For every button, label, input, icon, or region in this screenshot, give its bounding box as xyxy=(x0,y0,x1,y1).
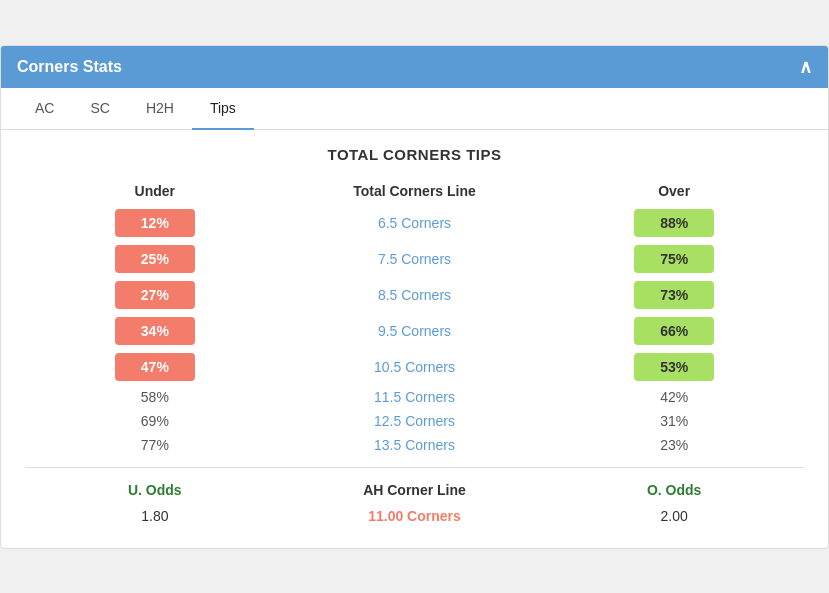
table-row: 69% 12.5 Corners 31% xyxy=(25,413,804,429)
table-row: 77% 13.5 Corners 23% xyxy=(25,437,804,453)
over-cell-6: 31% xyxy=(544,413,804,429)
under-cell-4: 47% xyxy=(25,353,285,381)
under-cell-5: 58% xyxy=(25,389,285,405)
collapse-icon[interactable]: ∧ xyxy=(799,56,812,78)
over-cell-1: 75% xyxy=(544,245,804,273)
table-row: 27% 8.5 Corners 73% xyxy=(25,281,804,309)
under-cell-7: 77% xyxy=(25,437,285,453)
under-cell-0: 12% xyxy=(25,209,285,237)
tab-bar: AC SC H2H Tips xyxy=(1,88,828,130)
tab-h2h[interactable]: H2H xyxy=(128,88,192,130)
card-header: Corners Stats ∧ xyxy=(1,46,828,88)
under-cell-2: 27% xyxy=(25,281,285,309)
over-cell-2: 73% xyxy=(544,281,804,309)
table-row: 58% 11.5 Corners 42% xyxy=(25,389,804,405)
table-row: 34% 9.5 Corners 66% xyxy=(25,317,804,345)
odds-label-line: AH Corner Line xyxy=(285,482,545,498)
odds-value-under: 1.80 xyxy=(25,508,285,524)
line-cell-3: 9.5 Corners xyxy=(285,323,545,339)
odds-label-under: U. Odds xyxy=(25,482,285,498)
over-pill-1: 75% xyxy=(634,245,714,273)
corners-stats-card: Corners Stats ∧ AC SC H2H Tips TOTAL COR… xyxy=(0,45,829,549)
line-cell-4: 10.5 Corners xyxy=(285,359,545,375)
over-pill-3: 66% xyxy=(634,317,714,345)
under-cell-6: 69% xyxy=(25,413,285,429)
over-pill-2: 73% xyxy=(634,281,714,309)
table-header: Under Total Corners Line Over xyxy=(25,183,804,199)
tab-ac[interactable]: AC xyxy=(17,88,72,130)
header-line: Total Corners Line xyxy=(285,183,545,199)
tips-content: TOTAL CORNERS TIPS Under Total Corners L… xyxy=(1,130,828,548)
over-pill-4: 53% xyxy=(634,353,714,381)
line-cell-6: 12.5 Corners xyxy=(285,413,545,429)
over-cell-4: 53% xyxy=(544,353,804,381)
odds-label-over: O. Odds xyxy=(544,482,804,498)
under-pill-2: 27% xyxy=(115,281,195,309)
over-cell-3: 66% xyxy=(544,317,804,345)
under-cell-1: 25% xyxy=(25,245,285,273)
card-title: Corners Stats xyxy=(17,58,122,76)
table-row: 25% 7.5 Corners 75% xyxy=(25,245,804,273)
tab-sc[interactable]: SC xyxy=(72,88,127,130)
line-cell-0: 6.5 Corners xyxy=(285,215,545,231)
odds-labels-row: U. Odds AH Corner Line O. Odds xyxy=(25,482,804,498)
over-pill-0: 88% xyxy=(634,209,714,237)
line-cell-7: 13.5 Corners xyxy=(285,437,545,453)
under-pill-4: 47% xyxy=(115,353,195,381)
over-cell-7: 23% xyxy=(544,437,804,453)
over-cell-0: 88% xyxy=(544,209,804,237)
section-title: TOTAL CORNERS TIPS xyxy=(25,146,804,163)
line-cell-1: 7.5 Corners xyxy=(285,251,545,267)
under-cell-3: 34% xyxy=(25,317,285,345)
header-over: Over xyxy=(544,183,804,199)
odds-values-row: 1.80 11.00 Corners 2.00 xyxy=(25,508,804,524)
under-pill-1: 25% xyxy=(115,245,195,273)
under-pill-3: 34% xyxy=(115,317,195,345)
line-cell-5: 11.5 Corners xyxy=(285,389,545,405)
line-cell-2: 8.5 Corners xyxy=(285,287,545,303)
tab-tips[interactable]: Tips xyxy=(192,88,254,130)
odds-value-over: 2.00 xyxy=(544,508,804,524)
header-under: Under xyxy=(25,183,285,199)
under-pill-0: 12% xyxy=(115,209,195,237)
odds-value-line: 11.00 Corners xyxy=(285,508,545,524)
divider xyxy=(25,467,804,468)
over-cell-5: 42% xyxy=(544,389,804,405)
table-row: 12% 6.5 Corners 88% xyxy=(25,209,804,237)
table-row: 47% 10.5 Corners 53% xyxy=(25,353,804,381)
